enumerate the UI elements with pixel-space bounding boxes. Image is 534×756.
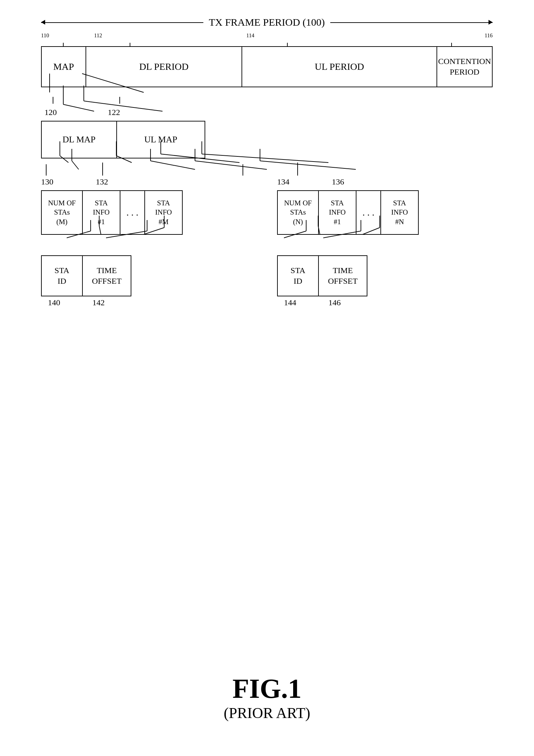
svg-line-15 — [260, 161, 356, 169]
ref-140: 140 — [48, 298, 60, 307]
tx-frame-label: TX FRAME PERIOD (100) — [203, 16, 330, 28]
ref-146: 146 — [328, 298, 341, 307]
cell-ul-period: UL PERIOD — [242, 47, 437, 87]
cell-staid-2: STAID — [278, 256, 319, 296]
cell-timeoffset-1: TIMEOFFSET — [83, 256, 131, 296]
cell-stainfo1-dl: STAINFO#1 — [83, 191, 120, 234]
level3-group2: NUM OFSTAs(N) STAINFO#1 . . . STAINFO#N — [277, 190, 419, 235]
cell-dl-map: DL MAP — [42, 121, 117, 158]
cell-dl-period: DL PERIOD — [86, 47, 242, 87]
ref-134: 134 — [277, 177, 289, 187]
ref-ticks — [41, 33, 493, 48]
cell-dots-dl: . . . — [120, 191, 144, 234]
ref-142: 142 — [92, 298, 105, 307]
cell-timeoffset-2: TIMEOFFSET — [319, 256, 367, 296]
ref-130: 130 — [41, 177, 53, 187]
cell-numsta-m: NUM OFSTAs(M) — [42, 191, 83, 234]
ref-122: 122 — [108, 108, 120, 117]
svg-line-11 — [151, 161, 195, 169]
cell-staid-1: STAID — [42, 256, 83, 296]
ref-144: 144 — [284, 298, 296, 307]
ref-136: 136 — [332, 177, 344, 187]
level3-group1: NUM OFSTAs(M) STAINFO#1 . . . STAINFO#M — [41, 190, 183, 235]
level4-group1: STAID TIMEOFFSET — [41, 255, 131, 296]
level4-group2: STAID TIMEOFFSET — [277, 255, 367, 296]
cell-dots-ul: . . . — [356, 191, 380, 234]
cell-stainfom: STAINFO#M — [144, 191, 182, 234]
fig-number: FIG.1 — [0, 673, 534, 704]
svg-line-13 — [195, 161, 267, 169]
cell-contention-period: CONTENTIONPERIOD — [437, 47, 492, 87]
cell-stainfon: STAINFO#N — [380, 191, 418, 234]
svg-line-9 — [72, 161, 79, 169]
cell-ul-map: UL MAP — [117, 121, 205, 158]
fig-subtitle: (PRIOR ART) — [0, 704, 534, 722]
cell-stainfo1-ul: STAINFO#1 — [319, 191, 356, 234]
ref-132: 132 — [96, 177, 108, 187]
cell-map: MAP — [42, 47, 86, 87]
cell-numsta-n: NUM OFSTAs(N) — [278, 191, 319, 234]
ref-120: 120 — [44, 108, 57, 117]
